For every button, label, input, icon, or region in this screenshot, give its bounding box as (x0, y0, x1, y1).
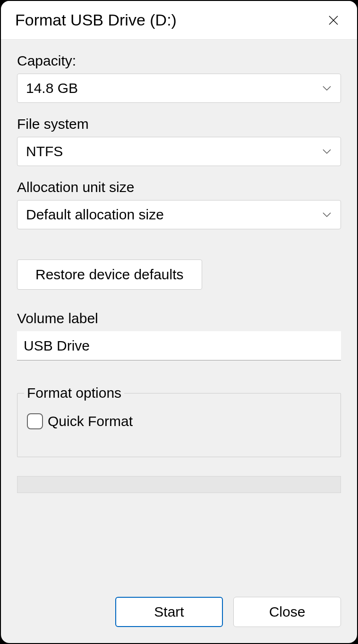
dialog-content: Capacity: 14.8 GB File system NTFS Alloc… (1, 40, 357, 643)
restore-defaults-wrap: Restore device defaults (17, 259, 341, 290)
chevron-down-icon (322, 83, 332, 93)
allocation-field: Allocation unit size Default allocation … (17, 179, 341, 229)
format-dialog: Format USB Drive (D:) Capacity: 14.8 GB … (1, 1, 357, 643)
filesystem-label: File system (17, 116, 341, 132)
start-button[interactable]: Start (115, 597, 223, 627)
capacity-label: Capacity: (17, 53, 341, 69)
chevron-down-icon (322, 209, 332, 220)
format-options-group: Format options Quick Format (17, 385, 341, 457)
allocation-select[interactable]: Default allocation size (17, 200, 341, 229)
restore-defaults-button[interactable]: Restore device defaults (17, 259, 202, 290)
allocation-label: Allocation unit size (17, 179, 341, 195)
capacity-field: Capacity: 14.8 GB (17, 53, 341, 103)
filesystem-field: File system NTFS (17, 116, 341, 166)
capacity-value: 14.8 GB (26, 80, 322, 96)
filesystem-select[interactable]: NTFS (17, 137, 341, 166)
quick-format-checkbox[interactable] (27, 413, 43, 429)
close-button[interactable]: Close (233, 597, 341, 627)
allocation-value: Default allocation size (26, 207, 322, 223)
quick-format-label: Quick Format (48, 413, 133, 429)
titlebar: Format USB Drive (D:) (1, 1, 357, 40)
volume-input[interactable] (17, 331, 341, 360)
window-title: Format USB Drive (D:) (15, 11, 177, 29)
volume-label: Volume label (17, 310, 341, 326)
chevron-down-icon (322, 146, 332, 157)
volume-field: Volume label (17, 310, 341, 360)
capacity-select[interactable]: 14.8 GB (17, 74, 341, 103)
progress-bar (17, 476, 341, 493)
format-options-legend: Format options (24, 385, 124, 401)
quick-format-row[interactable]: Quick Format (27, 413, 331, 429)
dialog-buttons: Start Close (17, 574, 341, 627)
close-icon[interactable] (323, 10, 344, 31)
filesystem-value: NTFS (26, 143, 322, 159)
